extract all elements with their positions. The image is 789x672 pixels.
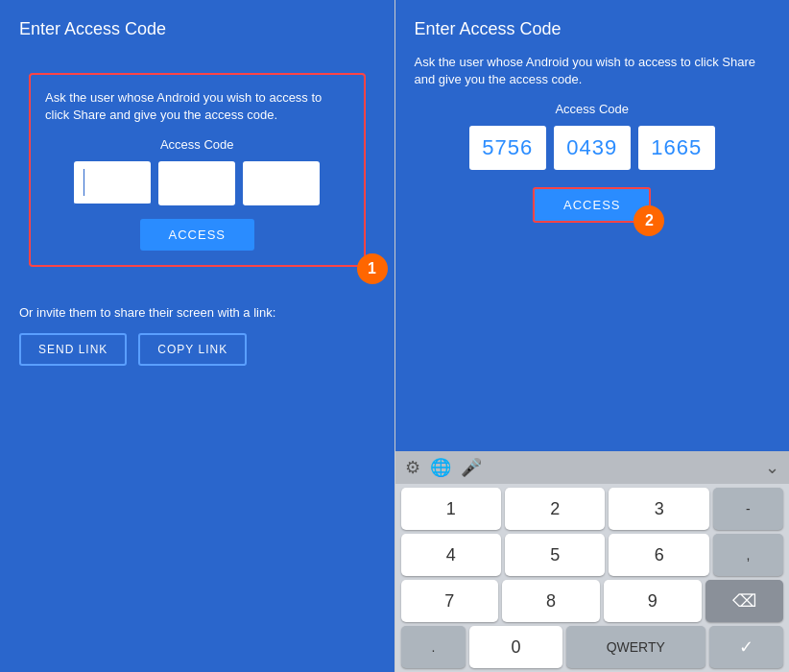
send-link-button[interactable]: SEND LINK bbox=[19, 333, 127, 366]
key-comma[interactable]: , bbox=[713, 534, 783, 576]
left-header: Enter Access Code bbox=[0, 0, 394, 54]
code-display-2: 0439 bbox=[554, 126, 631, 170]
right-header: Enter Access Code bbox=[395, 0, 790, 54]
right-phone-panel: Enter Access Code Ask the user whose And… bbox=[395, 0, 790, 672]
left-phone-panel: Enter Access Code Ask the user whose And… bbox=[0, 0, 395, 672]
key-8[interactable]: 8 bbox=[502, 580, 600, 622]
code-input-2[interactable] bbox=[158, 161, 235, 205]
key-backspace[interactable]: ⌫ bbox=[705, 580, 783, 622]
keyboard-rows: 1 2 3 - 4 5 6 , 7 8 9 ⌫ . 0 QWERTY ✓ bbox=[395, 484, 790, 672]
code-input-3[interactable] bbox=[243, 161, 320, 205]
keyboard-globe-icon[interactable]: 🌐 bbox=[430, 457, 451, 478]
key-qwerty[interactable]: QWERTY bbox=[566, 626, 705, 668]
keyboard-mic-icon[interactable]: 🎤 bbox=[461, 457, 482, 478]
key-0[interactable]: 0 bbox=[469, 626, 562, 668]
code-display-1: 5756 bbox=[469, 126, 546, 170]
keyboard-row-3: 7 8 9 ⌫ bbox=[401, 580, 784, 622]
key-6[interactable]: 6 bbox=[609, 534, 708, 576]
key-1[interactable]: 1 bbox=[401, 488, 501, 530]
key-enter[interactable]: ✓ bbox=[709, 626, 783, 668]
badge-2: 2 bbox=[634, 205, 664, 236]
code-inputs-left bbox=[45, 161, 349, 205]
key-9[interactable]: 9 bbox=[604, 580, 702, 622]
invite-text: Or invite them to share their screen wit… bbox=[19, 305, 375, 320]
access-button-left[interactable]: ACCESS bbox=[140, 219, 254, 251]
key-3[interactable]: 3 bbox=[609, 488, 708, 530]
code-value-3: 1665 bbox=[651, 135, 702, 160]
left-access-code-label: Access Code bbox=[45, 137, 349, 152]
code-value-1: 5756 bbox=[482, 135, 533, 160]
right-access-code-label: Access Code bbox=[415, 102, 771, 116]
keyboard-row-1: 1 2 3 - bbox=[401, 488, 784, 530]
keyboard-settings-icon[interactable]: ⚙ bbox=[405, 457, 420, 478]
code-inputs-right: 5756 0439 1665 bbox=[415, 126, 771, 170]
key-2[interactable]: 2 bbox=[505, 488, 605, 530]
code-display-3: 1665 bbox=[638, 126, 715, 170]
copy-link-button[interactable]: COPY LINK bbox=[138, 333, 247, 366]
code-input-1[interactable] bbox=[74, 161, 151, 205]
keyboard-row-4: . 0 QWERTY ✓ bbox=[401, 626, 784, 668]
keyboard-section: ⚙ 🌐 🎤 ⌄ 1 2 3 - 4 5 6 , 7 8 9 ⌫ bbox=[395, 451, 790, 672]
access-code-box-left: Ask the user whose Android you wish to a… bbox=[29, 73, 366, 267]
code-value-2: 0439 bbox=[566, 135, 617, 160]
invite-buttons: SEND LINK COPY LINK bbox=[19, 333, 375, 366]
key-minus[interactable]: - bbox=[713, 488, 783, 530]
keyboard-row-2: 4 5 6 , bbox=[401, 534, 784, 576]
key-7[interactable]: 7 bbox=[401, 580, 499, 622]
right-desc: Ask the user whose Android you wish to a… bbox=[415, 54, 771, 88]
key-5[interactable]: 5 bbox=[505, 534, 605, 576]
right-content: Ask the user whose Android you wish to a… bbox=[395, 54, 790, 451]
keyboard-chevron-down-icon[interactable]: ⌄ bbox=[765, 457, 779, 478]
invite-section: Or invite them to share their screen wit… bbox=[0, 286, 394, 385]
badge-1: 1 bbox=[357, 253, 388, 284]
key-dot[interactable]: . bbox=[401, 626, 466, 668]
keyboard-toolbar: ⚙ 🌐 🎤 ⌄ bbox=[395, 451, 790, 484]
left-desc: Ask the user whose Android you wish to a… bbox=[45, 89, 349, 124]
key-4[interactable]: 4 bbox=[401, 534, 501, 576]
